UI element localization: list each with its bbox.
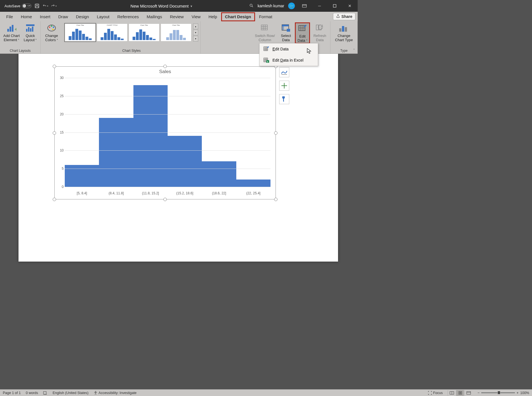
user-avatar-icon[interactable]: 🐦 [288, 3, 295, 9]
chevron-down-icon: ∨ [190, 4, 192, 8]
resize-handle-tl[interactable] [53, 65, 56, 68]
edit-data-button[interactable]: Edit Data [295, 22, 310, 44]
tab-review[interactable]: Review [166, 13, 188, 21]
dropdown-edit-data-excel[interactable]: X Edit Data in Excel [260, 55, 318, 66]
redo-icon[interactable] [51, 3, 57, 9]
tab-view[interactable]: View [188, 13, 204, 21]
edit-data-dropdown: Edit Data X Edit Data in Excel [259, 43, 318, 66]
chart-x-axis: [5, 8.4](8.4, 11.8](11.8, 15.2](15.2, 18… [65, 191, 270, 195]
gallery-down-icon[interactable]: ▾ [193, 30, 198, 35]
document-page: Sales 051015202530 [5, 8.4](8.4, 11.8](1… [18, 54, 338, 262]
chart-y-axis: 051015202530 [57, 78, 65, 187]
toggle-switch[interactable]: Off [22, 4, 31, 8]
x-category: (11.8, 15.2] [133, 191, 168, 195]
chart-style-1[interactable]: Chart Title [65, 24, 96, 41]
ribbon-mode-icon[interactable] [299, 0, 310, 12]
change-colors-button[interactable]: Change Colors [43, 22, 60, 42]
quick-layout-icon [26, 23, 35, 33]
change-chart-type-button[interactable]: Change Chart Type [333, 22, 355, 42]
svg-point-21 [53, 27, 54, 28]
x-category: (22, 25.4] [236, 191, 270, 195]
tab-references[interactable]: References [113, 13, 143, 21]
resize-handle-mb[interactable] [163, 198, 167, 201]
add-chart-element-icon: + [7, 23, 16, 33]
svg-rect-15 [28, 27, 29, 32]
undo-icon[interactable] [43, 3, 48, 9]
resize-handle-br[interactable] [274, 198, 277, 201]
svg-rect-31 [287, 29, 290, 32]
close-icon[interactable]: ✕ [344, 0, 355, 12]
chart-bar[interactable] [168, 136, 202, 187]
add-chart-element-button[interactable]: + Add Chart Element [2, 22, 21, 42]
tab-insert[interactable]: Insert [36, 13, 54, 21]
resize-handle-bl[interactable] [53, 198, 56, 201]
svg-rect-11 [12, 25, 13, 32]
maximize-icon[interactable] [329, 0, 340, 12]
resize-handle-ml[interactable] [53, 131, 56, 135]
document-title[interactable]: New Microsoft Word Document∨ [57, 4, 249, 8]
svg-rect-32 [299, 25, 305, 31]
y-tick: 5 [62, 167, 64, 171]
svg-rect-40 [342, 26, 344, 32]
tab-file[interactable]: File [2, 13, 17, 21]
autosave-toggle[interactable]: AutoSave Off [4, 4, 31, 8]
chart-bar[interactable] [99, 118, 133, 187]
quick-layout-button[interactable]: Quick Layout [22, 22, 38, 42]
group-label-chart-styles: Chart Styles [122, 48, 140, 53]
share-icon [336, 14, 340, 19]
tab-help[interactable]: Help [205, 13, 221, 21]
chart-bar[interactable] [236, 180, 270, 187]
y-tick: 30 [60, 76, 64, 80]
gridline [65, 187, 270, 187]
chart-bar[interactable] [133, 85, 168, 187]
tab-home[interactable]: Home [17, 13, 36, 21]
tab-format[interactable]: Format [255, 13, 276, 21]
x-category: (18.6, 22] [202, 191, 236, 195]
resize-handle-mr[interactable] [274, 131, 277, 135]
chart-style-2[interactable]: CHART TITLE [97, 24, 128, 41]
dropdown-edit-data[interactable]: Edit Data [260, 43, 318, 55]
svg-rect-13 [26, 24, 34, 26]
svg-point-3 [250, 4, 252, 6]
tab-mailings[interactable]: Mailings [143, 13, 166, 21]
y-tick: 20 [60, 112, 64, 116]
user-name[interactable]: kamlesh kumar [258, 4, 284, 8]
search-icon[interactable] [249, 3, 254, 9]
select-data-button[interactable]: Select Data [279, 22, 293, 42]
chart-bar[interactable] [202, 161, 236, 187]
chart-style-3[interactable]: Chart Title [129, 24, 159, 41]
svg-rect-30 [282, 25, 284, 30]
chart-object[interactable]: Sales 051015202530 [5, 8.4](8.4, 11.8](1… [54, 66, 276, 199]
svg-rect-2 [36, 6, 38, 8]
chart-plot-area[interactable]: 051015202530 [65, 78, 270, 187]
tab-design[interactable]: Design [72, 13, 93, 21]
minimize-icon[interactable]: ─ [314, 0, 325, 12]
x-category: (15.2, 18.6] [168, 191, 202, 195]
gallery-more-icon[interactable]: ▾ [193, 36, 198, 41]
tab-draw[interactable]: Draw [54, 13, 72, 21]
chart-filters-button[interactable] [279, 94, 289, 104]
gridline [65, 78, 270, 78]
edit-data-icon [298, 24, 307, 34]
gallery-up-icon[interactable]: ▴ [193, 24, 198, 29]
group-label-chart-layouts: Chart Layouts [10, 48, 31, 53]
svg-rect-16 [30, 28, 31, 32]
resize-handle-mt[interactable] [163, 65, 167, 68]
svg-point-20 [51, 25, 52, 27]
y-tick: 15 [60, 131, 64, 134]
svg-rect-5 [302, 4, 306, 7]
chart-elements-button[interactable] [279, 67, 289, 77]
chart-style-4[interactable]: Chart Title [161, 24, 191, 41]
tab-chart-design[interactable]: Chart Design [221, 12, 255, 21]
gridline [65, 169, 270, 169]
save-icon[interactable] [34, 3, 40, 9]
tab-layout[interactable]: Layout [93, 13, 113, 21]
chart-styles-button[interactable] [279, 81, 289, 91]
y-tick: 10 [60, 148, 64, 152]
collapse-ribbon-icon[interactable]: ˄ [353, 48, 355, 52]
share-button[interactable]: Share [333, 13, 355, 20]
chart-bar[interactable] [65, 165, 99, 187]
svg-rect-9 [7, 29, 9, 32]
svg-point-19 [49, 27, 50, 28]
gridline [65, 114, 270, 115]
